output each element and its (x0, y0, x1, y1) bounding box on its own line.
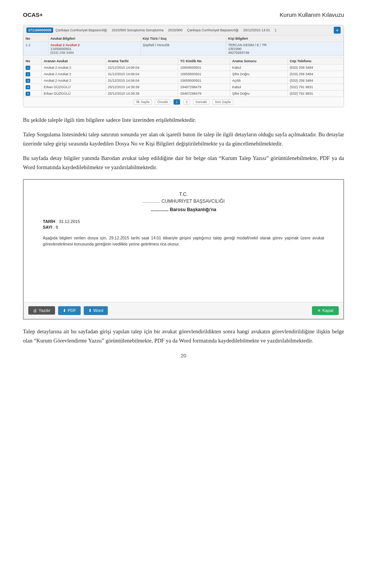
pagination-first[interactable]: İlk Sayfa (134, 99, 152, 105)
search-sonuc-2: Şifre Doğru (230, 71, 288, 78)
search-tel-1: (533) 258 3484 (288, 65, 344, 71)
doc-tc: T.C. (43, 191, 324, 197)
search-col-tc: TC Kimlik No (178, 58, 230, 65)
search-tc-4: 29487298479 (178, 84, 230, 90)
print-label: Yazdır (39, 308, 50, 313)
search-sonuc-4: Kabul (230, 84, 288, 90)
main-row-avukat: Avukat 2 Avukat 2 11659500501 (533) 258 … (48, 42, 140, 56)
search-tel-4: (532) 791 9831 (288, 84, 344, 90)
search-avukat-2: Avukat 2 Avukat 2 (42, 71, 106, 78)
top-info-2: 2015/900 (168, 28, 183, 32)
search-tc-3: 15659500501 (178, 78, 230, 84)
search-tc-5: 29487298479 (178, 90, 230, 97)
close-icon: ✕ (317, 308, 321, 313)
word-icon: ⬇ (88, 308, 92, 313)
search-avukat-5: Erkan GÜZGÜLÜ (42, 90, 106, 97)
search-row-3: 3 Avukat 2 Avukat 2 31/12/2015 14:06:04 … (24, 78, 344, 84)
word-label: Word (93, 308, 103, 313)
pagination: İlk Sayfa Önceki 1 2 Sonraki Son Sayfa (23, 97, 344, 107)
search-avukat-3: Avukat 2 Avukat 2 (42, 78, 106, 84)
pdf-button[interactable]: ⬇ PDF (58, 306, 81, 315)
pdf-label: PDF (68, 308, 76, 313)
search-tarih-5: 25/12/2015 14:39:39 (106, 90, 178, 97)
search-avukat-1: Avukat 2 Avukat 2 (42, 65, 106, 71)
search-col-no: No (24, 58, 42, 65)
lawyer-tc: 11659500501 (50, 47, 71, 51)
top-info-1: 2015/900 Soruşturma Soruşturma (112, 28, 164, 32)
search-col-tel: Cep Telefonu (288, 58, 344, 65)
manual-title: Kurum Kullanım Kılavuzu (280, 11, 344, 18)
pagination-prev[interactable]: Önceki (155, 99, 170, 105)
search-tc-2: 15659500501 (178, 71, 230, 78)
record-badge: 271160000008 (26, 27, 53, 33)
doc-cumhuriyet: .............. CUMHURİYET BAŞSAVCILIĞI (43, 199, 324, 204)
search-row-5: 5 Erkan GÜZGÜLÜ 25/12/2015 14:39:39 2948… (24, 90, 344, 97)
print-button[interactable]: 🖨 Yazdır (28, 306, 55, 315)
table-mock: 271160000008 Çankaya Cumhuriyet Başsavcı… (23, 25, 344, 107)
search-tc-1: 15659500501 (178, 65, 230, 71)
doc-sayi-label: SAYI (43, 225, 52, 229)
top-info-4: 25/12/2015 14:01 (243, 28, 270, 32)
search-tarih-4: 25/12/2015 14:39:39 (106, 84, 178, 90)
top-info-5: 1 (274, 28, 276, 32)
row-badge-1: 1 (26, 66, 30, 70)
col-kisi-bilg: Kişi Bilgileri (226, 36, 343, 42)
top-row-info: Çankaya Cumhuriyet Başsavcılığı 2015/900… (55, 28, 331, 32)
top-info-0: Çankaya Cumhuriyet Başsavcılığı (55, 28, 107, 32)
table-top-row: 271160000008 Çankaya Cumhuriyet Başsavcı… (23, 25, 344, 35)
doc-barosu: .............. Barosu Başkanlığı'na (43, 207, 324, 212)
search-table: No Aranan Avukat Arama Tarihi TC Kimlik … (23, 58, 344, 97)
paragraph-1: Bu şekilde taleple ilgili tüm bilgilere … (23, 116, 344, 125)
search-row-1: 1 Avukat 2 Avukat 2 31/12/2015 14:06:04 … (24, 65, 344, 71)
doc-tarih-label: TARİH (43, 219, 55, 224)
search-tel-5: (532) 791 9831 (288, 90, 344, 97)
search-row-4: 4 Erkan GÜZGÜLÜ 25/12/2015 14:39:39 2948… (24, 84, 344, 90)
pagination-next[interactable]: Sonraki (193, 99, 209, 105)
main-table: No Avukat Bilgileri Kişi Türü / Suç Kişi… (23, 35, 344, 56)
pagination-last[interactable]: Son Sayfa (213, 99, 233, 105)
add-button[interactable]: + (334, 27, 341, 34)
pdf-icon: ⬇ (63, 308, 66, 313)
search-tarih-3: 31/12/2015 14:06:04 (106, 78, 178, 84)
pagination-1[interactable]: 1 (174, 99, 180, 105)
search-sonuc-5: Şifre Doğru (230, 90, 288, 97)
doc-sayi-value: : 8 (54, 225, 58, 229)
app-title: OCAS+ (23, 11, 43, 18)
top-info-3: Çankaya Cumhuriyet Başsavcılığı (187, 28, 239, 32)
search-tarih-2: 31/12/2015 14:06:04 (106, 71, 178, 78)
search-tel-3: (533) 258 3484 (288, 78, 344, 84)
main-row-suc: Şüpheli / Hırsızlık (141, 42, 226, 56)
search-col-sonuc: Arama Sonucu (230, 58, 288, 65)
pagination-2[interactable]: 2 (184, 99, 190, 105)
doc-sayi-line: SAYI : 8 (43, 225, 324, 229)
col-no: No (24, 36, 49, 42)
paragraph-4: Talep detaylarına ait bu sayfadan girişi… (23, 327, 344, 346)
search-col-avukat: Aranan Avukat (42, 58, 106, 65)
doc-body-text: Aşağıda bilgileri verilen dosya için, 29… (43, 235, 324, 248)
main-row-kisi: TERCAN KESİM / E / TR 1/8/1990 492792837… (226, 42, 343, 56)
row-badge-2: 2 (26, 72, 30, 76)
close-button[interactable]: ✕ Kapat (312, 306, 339, 315)
search-col-tarih: Arama Tarihi (106, 58, 178, 65)
col-avukat: Avukat Bilgileri (48, 36, 140, 42)
row-badge-5: 5 (26, 92, 30, 96)
doc-buttons-row: 🖨 Yazdır ⬇ PDF ⬇ Word ✕ Kapat (24, 302, 343, 319)
search-sonuc-1: Kabul (230, 65, 288, 71)
screenshot-box: 271160000008 Çankaya Cumhuriyet Başsavcı… (23, 25, 344, 107)
lawyer-name: Avukat 2 Avukat 2 (50, 43, 80, 47)
paragraph-2: Talep Sorgulama listesindeki talep satır… (23, 130, 344, 149)
row-badge-4: 4 (26, 85, 30, 89)
doc-tarih-line: TARİH : 31.12.2015 (43, 219, 324, 224)
paragraph-3: Bu sayfada detay bilgiler yanında Baroda… (23, 154, 344, 172)
main-table-row: 1 2 Avukat 2 Avukat 2 11659500501 (533) … (24, 42, 344, 56)
page-number: 20 (23, 353, 344, 359)
search-tarih-1: 31/12/2015 14:06:04 (106, 65, 178, 71)
word-button[interactable]: ⬇ Word (84, 306, 108, 315)
search-sonuc-3: Açıldı (230, 78, 288, 84)
col-kisi-turu: Kişi Türü / Suç (141, 36, 226, 42)
close-label: Kapat (322, 308, 333, 313)
search-tel-2: (533) 258 3484 (288, 71, 344, 78)
document-inner: T.C. .............. CUMHURİYET BAŞSAVCIL… (24, 180, 343, 302)
search-row-2: 2 Avukat 2 Avukat 2 31/12/2015 14:06:04 … (24, 71, 344, 78)
doc-tarih-section: TARİH : 31.12.2015 SAYI : 8 (43, 219, 324, 229)
